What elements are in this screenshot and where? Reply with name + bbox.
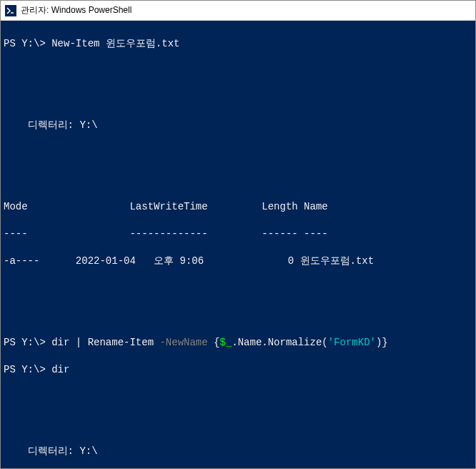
table-header: Mode LastWriteTime Length Name [4,200,472,214]
powershell-window: 관리자: Windows PowerShell PS Y:\> New-Item… [0,0,476,469]
command-line: PS Y:\> dir | Rename-Item -NewName {$_.N… [4,336,472,350]
window-title: 관리자: Windows PowerShell [21,4,132,16]
powershell-icon [5,5,16,16]
titlebar[interactable]: 관리자: Windows PowerShell [1,1,475,21]
directory-label: 디렉터리: Y:\ [4,119,472,132]
directory-label: 디렉터리: Y:\ [4,445,472,458]
command-line: PS Y:\> dir [4,363,472,377]
table-divider: ---- ------------- ------ ---- [4,227,472,241]
table-row: -a---- 2022-01-04 오후 9:06 0 윈도우포럼.txt [4,255,472,268]
prompt: PS Y:\> New-Item 윈도우포럼.txt [4,38,179,49]
terminal-body[interactable]: PS Y:\> New-Item 윈도우포럼.txt 디렉터리: Y:\ Mod… [1,21,475,468]
